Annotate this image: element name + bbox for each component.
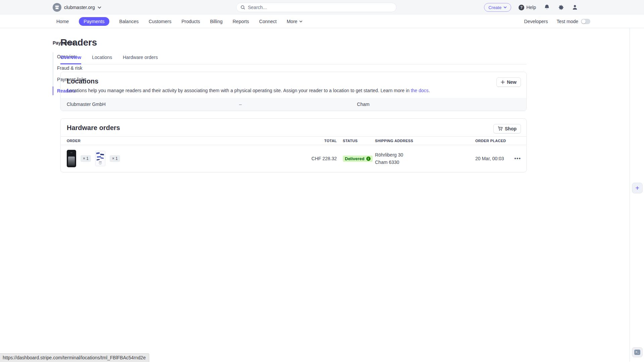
locations-description-text: Locations help you manage readers and th… <box>67 88 411 93</box>
search-bar[interactable] <box>236 3 396 12</box>
profile-avatar-icon[interactable] <box>572 4 578 11</box>
nav-item-products[interactable]: Products <box>181 19 200 24</box>
column-header-order-placed: ORDER PLACED <box>469 139 507 143</box>
location-city: Cham <box>357 102 520 107</box>
location-row[interactable]: Clubmaster GmbH – Cham <box>61 98 526 111</box>
tab-overview[interactable]: Overview <box>60 55 81 64</box>
question-mark-icon: ? <box>519 5 524 10</box>
account-switcher[interactable]: clubmaster.org <box>53 3 101 12</box>
help-label: Help <box>526 5 536 10</box>
nav-item-connect[interactable]: Connect <box>259 19 277 24</box>
hardware-orders-table: ORDER TOTAL STATUS SHIPPING ADDRESS ORDE… <box>61 136 526 172</box>
nav-item-customers[interactable]: Customers <box>149 19 171 24</box>
hardware-orders-card: Hardware orders Shop ORDER TOTAL STATUS … <box>60 118 527 172</box>
settings-gear-icon[interactable] <box>557 4 564 11</box>
chevron-down-icon <box>503 6 507 8</box>
topbar: clubmaster.org Create ? Help <box>0 0 644 15</box>
sidebar-item-fraud-risk[interactable]: Fraud & risk <box>53 64 60 72</box>
locations-description-suffix: . <box>429 88 430 93</box>
search-icon <box>240 5 245 10</box>
order-total: CHF 228.32 <box>290 156 337 161</box>
order-placed-date: 20 Mar, 00:03 <box>469 156 507 161</box>
location-name: Clubmaster GmbH <box>67 102 239 107</box>
item-quantity-badge: × 1 <box>80 155 91 162</box>
item-quantity-badge: × 1 <box>110 155 120 162</box>
locations-card-title: Locations <box>67 77 520 85</box>
new-location-button[interactable]: New <box>496 77 521 87</box>
create-button-label: Create <box>488 5 501 10</box>
account-name: clubmaster.org <box>64 5 95 10</box>
status-badge-label: Delivered <box>345 156 365 161</box>
chevron-down-icon <box>299 20 303 22</box>
nav-more-label: More <box>287 19 298 24</box>
nav-item-balances[interactable]: Balances <box>119 19 139 24</box>
the-docs-link[interactable]: the docs <box>411 88 429 93</box>
locations-card: Locations Locations help you manage read… <box>60 72 527 111</box>
sidebar-title: Payments <box>53 40 60 46</box>
terminal-icon: >_ <box>634 350 641 355</box>
column-header-shipping-address: SHIPPING ADDRESS <box>369 139 469 143</box>
notifications-bell-icon[interactable] <box>543 4 550 11</box>
shipping-address-line1: Röhrliberg 30 <box>375 152 403 158</box>
nav-item-home[interactable]: Home <box>56 19 69 24</box>
sidebar-item-payment-links[interactable]: Payment links <box>53 75 60 84</box>
side-plus-button[interactable]: + <box>632 183 643 193</box>
cart-icon <box>498 126 503 131</box>
tab-locations[interactable]: Locations <box>92 55 112 64</box>
test-mode-label: Test mode <box>556 19 578 24</box>
nav-item-billing[interactable]: Billing <box>210 19 222 24</box>
column-header-total: TOTAL <box>290 139 337 143</box>
new-location-button-label: New <box>507 79 517 85</box>
column-header-status: STATUS <box>337 139 369 143</box>
column-header-order: ORDER <box>67 139 290 143</box>
storefront-icon <box>53 3 61 12</box>
page-title: Readers <box>60 37 527 48</box>
hardware-order-row[interactable]: × 1 × 1 CHF 228.32 Delivered i <box>61 145 526 172</box>
accessory-thumbnail <box>95 151 105 166</box>
nav-item-reports[interactable]: Reports <box>233 19 249 24</box>
payments-sidebar: Payments Overview Fraud & risk Payment l… <box>0 28 60 362</box>
plus-icon <box>501 80 505 84</box>
shop-button-label: Shop <box>505 126 517 131</box>
nav-item-more[interactable]: More <box>287 19 303 24</box>
nav-item-payments[interactable]: Payments <box>79 17 109 26</box>
shipping-address: Röhrliberg 30 Cham 6330 <box>369 151 469 166</box>
tab-hardware-orders[interactable]: Hardware orders <box>123 55 158 64</box>
toggle-knob <box>582 19 586 23</box>
status-badge: Delivered i <box>343 156 373 162</box>
location-middle-value: – <box>239 102 357 107</box>
locations-description: Locations help you manage readers and th… <box>67 88 520 93</box>
main-nav: Home Payments Balances Customers Product… <box>0 15 644 28</box>
sidebar-item-readers[interactable]: Readers <box>53 86 60 95</box>
nav-item-developers[interactable]: Developers <box>524 19 548 24</box>
search-input[interactable] <box>248 5 392 10</box>
right-rail: + >_ <box>630 28 644 362</box>
hardware-orders-card-title: Hardware orders <box>67 124 520 132</box>
card-reader-thumbnail <box>67 150 76 167</box>
stripe-shell-button[interactable]: >_ <box>632 347 643 357</box>
shipping-address-line2: Cham 6330 <box>375 160 399 165</box>
help-button[interactable]: ? Help <box>519 5 536 10</box>
overflow-menu-button[interactable]: ••• <box>514 156 521 161</box>
sidebar-item-overview[interactable]: Overview <box>53 52 60 61</box>
chevron-down-icon <box>98 6 101 9</box>
test-mode-toggle[interactable] <box>581 19 590 24</box>
browser-status-url: https://dashboard.stripe.com/terminal/lo… <box>0 353 149 362</box>
shop-button[interactable]: Shop <box>493 124 521 133</box>
create-button[interactable]: Create <box>484 3 511 12</box>
readers-tabs: Overview Locations Hardware orders <box>60 55 527 64</box>
